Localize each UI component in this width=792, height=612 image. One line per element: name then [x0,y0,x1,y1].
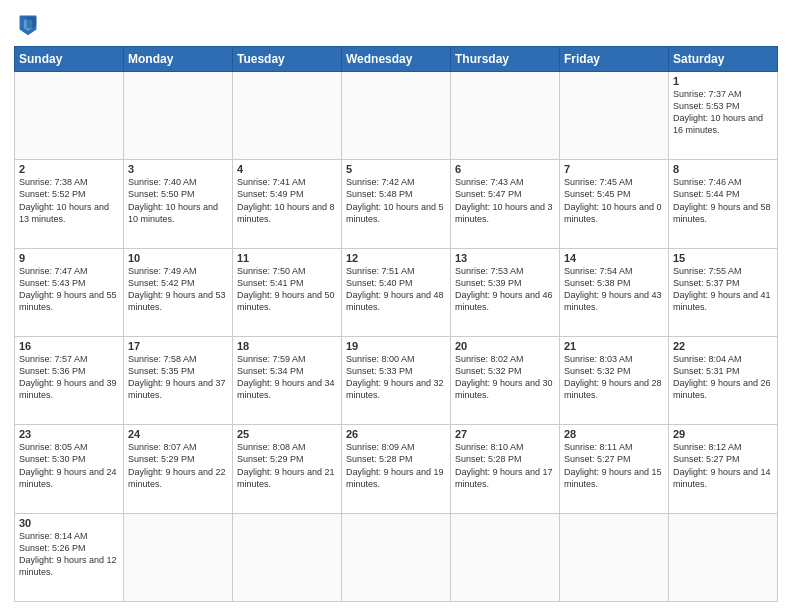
calendar-cell: 1Sunrise: 7:37 AM Sunset: 5:53 PM Daylig… [669,72,778,160]
calendar-cell: 16Sunrise: 7:57 AM Sunset: 5:36 PM Dayli… [15,336,124,424]
day-info: Sunrise: 8:09 AM Sunset: 5:28 PM Dayligh… [346,441,446,490]
calendar-cell: 3Sunrise: 7:40 AM Sunset: 5:50 PM Daylig… [124,160,233,248]
day-info: Sunrise: 8:03 AM Sunset: 5:32 PM Dayligh… [564,353,664,402]
day-info: Sunrise: 8:04 AM Sunset: 5:31 PM Dayligh… [673,353,773,402]
day-number: 1 [673,75,773,87]
day-number: 13 [455,252,555,264]
calendar-cell [124,513,233,601]
week-row-2: 9Sunrise: 7:47 AM Sunset: 5:43 PM Daylig… [15,248,778,336]
calendar-cell: 6Sunrise: 7:43 AM Sunset: 5:47 PM Daylig… [451,160,560,248]
calendar-cell [233,513,342,601]
day-number: 24 [128,428,228,440]
week-row-4: 23Sunrise: 8:05 AM Sunset: 5:30 PM Dayli… [15,425,778,513]
week-row-1: 2Sunrise: 7:38 AM Sunset: 5:52 PM Daylig… [15,160,778,248]
day-number: 23 [19,428,119,440]
calendar-cell: 10Sunrise: 7:49 AM Sunset: 5:42 PM Dayli… [124,248,233,336]
day-info: Sunrise: 7:51 AM Sunset: 5:40 PM Dayligh… [346,265,446,314]
day-info: Sunrise: 8:00 AM Sunset: 5:33 PM Dayligh… [346,353,446,402]
day-number: 16 [19,340,119,352]
week-row-5: 30Sunrise: 8:14 AM Sunset: 5:26 PM Dayli… [15,513,778,601]
day-number: 19 [346,340,446,352]
calendar-cell: 22Sunrise: 8:04 AM Sunset: 5:31 PM Dayli… [669,336,778,424]
calendar-cell: 11Sunrise: 7:50 AM Sunset: 5:41 PM Dayli… [233,248,342,336]
day-info: Sunrise: 7:49 AM Sunset: 5:42 PM Dayligh… [128,265,228,314]
day-info: Sunrise: 8:08 AM Sunset: 5:29 PM Dayligh… [237,441,337,490]
calendar-cell: 5Sunrise: 7:42 AM Sunset: 5:48 PM Daylig… [342,160,451,248]
calendar-cell: 7Sunrise: 7:45 AM Sunset: 5:45 PM Daylig… [560,160,669,248]
day-info: Sunrise: 7:59 AM Sunset: 5:34 PM Dayligh… [237,353,337,402]
calendar-cell: 29Sunrise: 8:12 AM Sunset: 5:27 PM Dayli… [669,425,778,513]
weekday-header-saturday: Saturday [669,47,778,72]
day-info: Sunrise: 7:57 AM Sunset: 5:36 PM Dayligh… [19,353,119,402]
logo [14,10,46,38]
day-number: 12 [346,252,446,264]
calendar-cell [451,72,560,160]
weekday-header-friday: Friday [560,47,669,72]
day-number: 3 [128,163,228,175]
day-number: 14 [564,252,664,264]
day-number: 26 [346,428,446,440]
calendar-cell [342,513,451,601]
calendar-cell: 4Sunrise: 7:41 AM Sunset: 5:49 PM Daylig… [233,160,342,248]
calendar-cell [669,513,778,601]
calendar-cell [451,513,560,601]
day-number: 22 [673,340,773,352]
weekday-header-monday: Monday [124,47,233,72]
day-number: 29 [673,428,773,440]
calendar-cell: 18Sunrise: 7:59 AM Sunset: 5:34 PM Dayli… [233,336,342,424]
calendar-cell: 28Sunrise: 8:11 AM Sunset: 5:27 PM Dayli… [560,425,669,513]
calendar-cell: 12Sunrise: 7:51 AM Sunset: 5:40 PM Dayli… [342,248,451,336]
day-info: Sunrise: 7:50 AM Sunset: 5:41 PM Dayligh… [237,265,337,314]
day-info: Sunrise: 7:46 AM Sunset: 5:44 PM Dayligh… [673,176,773,225]
day-number: 18 [237,340,337,352]
day-number: 5 [346,163,446,175]
calendar-cell: 20Sunrise: 8:02 AM Sunset: 5:32 PM Dayli… [451,336,560,424]
day-info: Sunrise: 7:43 AM Sunset: 5:47 PM Dayligh… [455,176,555,225]
day-number: 11 [237,252,337,264]
weekday-header-thursday: Thursday [451,47,560,72]
day-info: Sunrise: 7:45 AM Sunset: 5:45 PM Dayligh… [564,176,664,225]
day-info: Sunrise: 8:11 AM Sunset: 5:27 PM Dayligh… [564,441,664,490]
calendar-cell: 27Sunrise: 8:10 AM Sunset: 5:28 PM Dayli… [451,425,560,513]
day-info: Sunrise: 7:38 AM Sunset: 5:52 PM Dayligh… [19,176,119,225]
day-info: Sunrise: 8:12 AM Sunset: 5:27 PM Dayligh… [673,441,773,490]
calendar-cell [124,72,233,160]
day-number: 8 [673,163,773,175]
logo-icon [14,10,42,38]
header [14,10,778,38]
day-number: 2 [19,163,119,175]
calendar-cell: 2Sunrise: 7:38 AM Sunset: 5:52 PM Daylig… [15,160,124,248]
day-number: 7 [564,163,664,175]
day-number: 25 [237,428,337,440]
day-number: 17 [128,340,228,352]
calendar-cell [233,72,342,160]
calendar-cell: 25Sunrise: 8:08 AM Sunset: 5:29 PM Dayli… [233,425,342,513]
calendar-cell: 24Sunrise: 8:07 AM Sunset: 5:29 PM Dayli… [124,425,233,513]
calendar-cell: 21Sunrise: 8:03 AM Sunset: 5:32 PM Dayli… [560,336,669,424]
weekday-header-sunday: Sunday [15,47,124,72]
calendar-header-row: SundayMondayTuesdayWednesdayThursdayFrid… [15,47,778,72]
calendar-cell: 19Sunrise: 8:00 AM Sunset: 5:33 PM Dayli… [342,336,451,424]
day-info: Sunrise: 7:37 AM Sunset: 5:53 PM Dayligh… [673,88,773,137]
calendar-cell [342,72,451,160]
day-number: 10 [128,252,228,264]
day-number: 4 [237,163,337,175]
day-info: Sunrise: 7:55 AM Sunset: 5:37 PM Dayligh… [673,265,773,314]
day-info: Sunrise: 8:14 AM Sunset: 5:26 PM Dayligh… [19,530,119,579]
day-number: 15 [673,252,773,264]
weekday-header-tuesday: Tuesday [233,47,342,72]
week-row-0: 1Sunrise: 7:37 AM Sunset: 5:53 PM Daylig… [15,72,778,160]
day-number: 28 [564,428,664,440]
day-number: 9 [19,252,119,264]
calendar-cell [15,72,124,160]
day-info: Sunrise: 7:47 AM Sunset: 5:43 PM Dayligh… [19,265,119,314]
calendar-cell [560,513,669,601]
calendar-cell: 30Sunrise: 8:14 AM Sunset: 5:26 PM Dayli… [15,513,124,601]
calendar-cell [560,72,669,160]
calendar-cell: 15Sunrise: 7:55 AM Sunset: 5:37 PM Dayli… [669,248,778,336]
day-info: Sunrise: 8:10 AM Sunset: 5:28 PM Dayligh… [455,441,555,490]
day-info: Sunrise: 8:05 AM Sunset: 5:30 PM Dayligh… [19,441,119,490]
calendar-cell: 23Sunrise: 8:05 AM Sunset: 5:30 PM Dayli… [15,425,124,513]
calendar-cell: 14Sunrise: 7:54 AM Sunset: 5:38 PM Dayli… [560,248,669,336]
week-row-3: 16Sunrise: 7:57 AM Sunset: 5:36 PM Dayli… [15,336,778,424]
